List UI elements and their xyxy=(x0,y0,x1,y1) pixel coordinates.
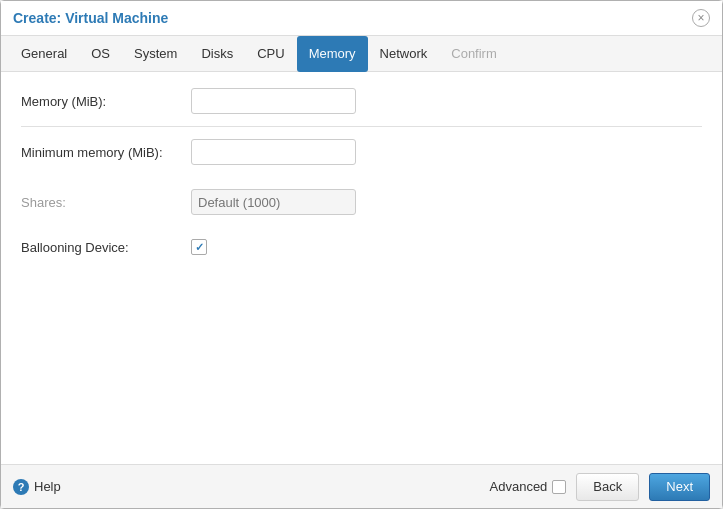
tab-cpu[interactable]: CPU xyxy=(245,36,296,72)
dialog-title: Create: Virtual Machine xyxy=(13,10,168,26)
tab-memory[interactable]: Memory xyxy=(297,36,368,72)
footer-left: ? Help xyxy=(13,479,61,495)
shares-spinner: ▲ ▼ xyxy=(191,189,356,215)
memory-row: Memory (MiB): 4096 ▲ ▼ xyxy=(21,88,702,127)
memory-spinner[interactable]: 4096 ▲ ▼ xyxy=(191,88,356,114)
ballooning-checkbox[interactable] xyxy=(191,239,207,255)
min-memory-row: Minimum memory (MiB): 4096 ▲ ▼ xyxy=(21,139,702,177)
advanced-checkbox[interactable] xyxy=(552,480,566,494)
footer: ? Help Advanced Back Next xyxy=(1,464,722,508)
footer-right: Advanced Back Next xyxy=(490,473,710,501)
form-content: Memory (MiB): 4096 ▲ ▼ Minimum memory (M… xyxy=(1,72,722,464)
tab-network[interactable]: Network xyxy=(368,36,440,72)
min-memory-spinner[interactable]: 4096 ▲ ▼ xyxy=(191,139,356,165)
tab-confirm: Confirm xyxy=(439,36,509,72)
shares-row: Shares: ▲ ▼ xyxy=(21,189,702,227)
tab-os[interactable]: OS xyxy=(79,36,122,72)
titlebar: Create: Virtual Machine × xyxy=(1,1,722,36)
help-icon: ? xyxy=(13,479,29,495)
ballooning-row: Ballooning Device: xyxy=(21,239,702,267)
back-button[interactable]: Back xyxy=(576,473,639,501)
advanced-area: Advanced xyxy=(490,479,567,494)
min-memory-input[interactable]: 4096 xyxy=(192,145,356,160)
advanced-label: Advanced xyxy=(490,479,548,494)
memory-label: Memory (MiB): xyxy=(21,94,191,109)
shares-input xyxy=(192,195,356,210)
help-label: Help xyxy=(34,479,61,494)
shares-label: Shares: xyxy=(21,195,191,210)
ballooning-label: Ballooning Device: xyxy=(21,240,191,255)
min-memory-label: Minimum memory (MiB): xyxy=(21,145,191,160)
tab-general[interactable]: General xyxy=(9,36,79,72)
dialog: Create: Virtual Machine × General OS Sys… xyxy=(0,0,723,509)
tab-system[interactable]: System xyxy=(122,36,189,72)
close-button[interactable]: × xyxy=(692,9,710,27)
next-button[interactable]: Next xyxy=(649,473,710,501)
help-button[interactable]: ? Help xyxy=(13,479,61,495)
tabs-bar: General OS System Disks CPU Memory Netwo… xyxy=(1,36,722,72)
memory-input[interactable]: 4096 xyxy=(192,94,356,109)
tab-disks[interactable]: Disks xyxy=(189,36,245,72)
